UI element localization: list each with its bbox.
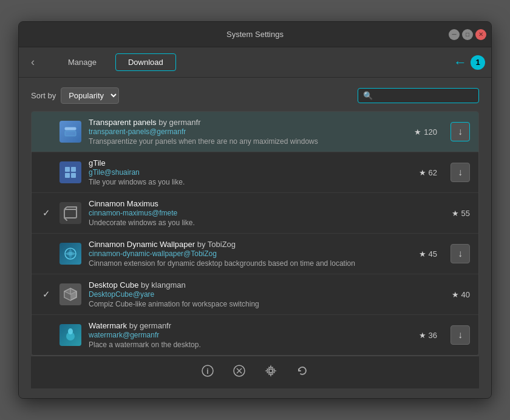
bottom-bar: i — [31, 356, 479, 388]
download-button[interactable]: ↓ — [450, 122, 470, 141]
item-desc: Transparentize your panels when there ar… — [89, 137, 393, 146]
tab-download-wrapper: Download — [115, 53, 176, 71]
gtile-icon — [63, 165, 78, 180]
minimize-button[interactable]: ─ — [449, 29, 460, 40]
item-title: Cinnamon Dynamic Wallpaper by TobiZog — [89, 240, 393, 249]
item-info: Desktop Cube by klangman DesktopCube@yar… — [89, 280, 426, 308]
item-icon — [59, 161, 81, 183]
settings-icon — [265, 365, 277, 377]
item-info: Watermark by germanfr watermark@germanfr… — [89, 321, 393, 349]
item-desc: Undecorate windows as you like. — [89, 218, 426, 227]
item-title: gTile — [89, 158, 393, 168]
item-handle: cinnamon-maximus@fmete — [89, 209, 426, 217]
star-icon: ★ — [419, 168, 426, 177]
info-icon: i — [202, 365, 214, 377]
remove-icon — [233, 365, 245, 377]
sort-select[interactable]: Popularity Name Date Score — [61, 87, 119, 104]
svg-point-20 — [68, 328, 73, 334]
item-handle: DesktopCube@yare — [89, 290, 426, 299]
item-desc: Place a watermark on the desktop. — [89, 340, 393, 349]
watermark-icon — [63, 328, 78, 342]
item-icon — [59, 202, 81, 224]
star-icon: ★ — [419, 331, 426, 340]
svg-rect-5 — [71, 173, 76, 178]
item-handle: cinnamon-dynamic-wallpaper@TobiZog — [89, 249, 393, 258]
annotation-badge-1: 1 — [471, 55, 485, 70]
maximize-button[interactable]: □ — [462, 29, 473, 40]
svg-rect-2 — [65, 167, 70, 172]
item-desc: Compiz Cube-like animation for workspace… — [89, 300, 426, 308]
main-window: System Settings ─ □ ✕ ‹ Manage Download … — [18, 21, 492, 399]
svg-rect-4 — [65, 173, 70, 178]
remove-button[interactable] — [231, 362, 248, 382]
refresh-button[interactable] — [294, 362, 311, 382]
svg-text:i: i — [206, 367, 208, 376]
download-button[interactable]: ↓ — [450, 163, 470, 182]
item-rating: ★ 45 — [401, 249, 437, 259]
star-icon: ★ — [452, 290, 459, 299]
download-button[interactable]: ↓ — [450, 244, 470, 263]
item-rating: ★ 55 — [433, 209, 470, 218]
item-icon — [59, 243, 81, 265]
refresh-icon — [296, 365, 308, 377]
download-button[interactable]: ↓ — [450, 325, 470, 345]
item-info: Transparent panels by germanfr transpare… — [89, 118, 393, 146]
svg-rect-1 — [65, 131, 76, 136]
star-icon: ★ — [419, 249, 426, 259]
item-icon — [59, 324, 81, 346]
search-icon: 🔍 — [363, 91, 373, 100]
search-box: 🔍 — [358, 88, 479, 103]
item-rating: ★ 40 — [433, 290, 470, 299]
wallpaper-icon — [63, 246, 78, 261]
item-check: ✓ — [40, 289, 52, 300]
tab-download[interactable]: Download — [115, 53, 176, 71]
svg-rect-6 — [64, 209, 76, 218]
list-item: Watermark by germanfr watermark@germanfr… — [32, 315, 478, 355]
item-info: Cinnamon Dynamic Wallpaper by TobiZog ci… — [89, 240, 393, 268]
search-input[interactable] — [375, 91, 474, 100]
item-handle: gTile@shuairan — [89, 168, 393, 177]
item-title: Desktop Cube by klangman — [89, 280, 426, 290]
svg-rect-3 — [71, 167, 76, 172]
item-handle: transparent-panels@germanfr — [89, 127, 393, 136]
star-icon: ★ — [414, 127, 421, 137]
toolbar: Sort by Popularity Name Date Score 🔍 — [31, 87, 479, 104]
svg-rect-0 — [65, 127, 76, 130]
panel-icon — [63, 124, 78, 139]
titlebar: System Settings ─ □ ✕ — [19, 22, 491, 47]
svg-point-26 — [269, 369, 273, 373]
item-handle: watermark@germanfr — [89, 331, 393, 339]
item-title: Watermark by germanfr — [89, 321, 393, 330]
item-rating: ★ 36 — [401, 331, 437, 340]
list-item: ✓ Cinnamon Maximus cinnamon-maximus@fmet… — [32, 193, 478, 234]
star-icon: ★ — [452, 209, 459, 218]
item-info: Cinnamon Maximus cinnamon-maximus@fmete … — [89, 199, 426, 227]
annotation-1-group: ← 1 — [454, 55, 485, 70]
sort-area: Sort by Popularity Name Date Score — [31, 87, 119, 104]
sort-label: Sort by — [31, 91, 56, 100]
item-rating: ★ 62 — [401, 168, 437, 177]
item-icon — [59, 283, 81, 305]
item-check: ✓ — [40, 208, 52, 218]
cube-icon — [63, 286, 78, 302]
list-item: Cinnamon Dynamic Wallpaper by TobiZog ci… — [32, 234, 478, 274]
window-title: System Settings — [226, 30, 284, 39]
maximus-icon — [62, 205, 79, 222]
nav-bar: ‹ Manage Download ← 1 — [19, 47, 491, 78]
info-button[interactable]: i — [199, 362, 216, 382]
item-info: gTile gTile@shuairan Tile your windows a… — [89, 158, 393, 186]
list-item: gTile gTile@shuairan Tile your windows a… — [32, 152, 478, 193]
content-area: Sort by Popularity Name Date Score 🔍 — [19, 78, 491, 398]
item-title: Cinnamon Maximus — [89, 199, 426, 208]
settings-button[interactable] — [262, 362, 279, 382]
close-button[interactable]: ✕ — [475, 29, 486, 40]
back-button[interactable]: ‹ — [31, 56, 35, 69]
item-icon — [59, 121, 81, 143]
item-title: Transparent panels by germanfr — [89, 118, 393, 127]
item-desc: Cinnamon extension for dynamic desktop b… — [89, 259, 393, 268]
extension-list: Transparent panels by germanfr transpare… — [31, 111, 479, 356]
tab-manage[interactable]: Manage — [55, 53, 109, 71]
list-item: Transparent panels by germanfr transpare… — [32, 112, 478, 152]
list-item: ✓ Desktop Cube by klangma — [32, 274, 478, 315]
annotation-arrow-1: ← — [454, 55, 467, 70]
